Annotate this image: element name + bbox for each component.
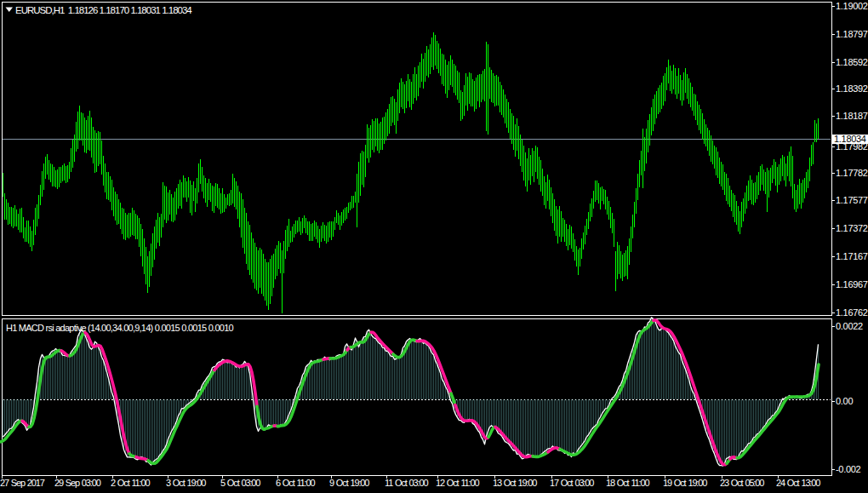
svg-text:EURUSD,H1 1.18126 1.18170 1.1: EURUSD,H1 1.18126 1.18170 1.18031 1.1803… [15,5,192,15]
svg-text:-0.002: -0.002 [836,464,861,474]
svg-text:1.18187: 1.18187 [836,111,868,121]
svg-text:17 Oct 03:00: 17 Oct 03:00 [550,478,594,488]
svg-text:1.17577: 1.17577 [836,195,868,205]
svg-text:1.18797: 1.18797 [836,29,868,39]
svg-text:1.17167: 1.17167 [836,251,868,261]
svg-text:5 Oct 03:00: 5 Oct 03:00 [220,478,260,488]
svg-text:1.18392: 1.18392 [836,83,868,94]
svg-text:29 Sep 03:00: 29 Sep 03:00 [54,478,101,488]
svg-text:27 Sep 2017: 27 Sep 2017 [0,478,45,488]
svg-text:0.0022: 0.0022 [836,321,863,331]
svg-text:1.16762: 1.16762 [836,307,868,318]
svg-text:24 Oct 13:00: 24 Oct 13:00 [776,478,820,488]
svg-text:13 Oct 19:00: 13 Oct 19:00 [493,478,537,488]
svg-text:19 Oct 19:00: 19 Oct 19:00 [663,478,707,488]
svg-text:1.19002: 1.19002 [836,1,868,11]
svg-text:1.17782: 1.17782 [836,168,868,178]
svg-text:12 Oct 11:00: 12 Oct 11:00 [436,478,479,488]
svg-text:3 Oct 19:00: 3 Oct 19:00 [166,478,206,488]
svg-text:0.00: 0.00 [836,396,853,406]
svg-text:1.18034: 1.18034 [834,134,866,144]
svg-text:H1 MACD rsi adaptive (14.00,34: H1 MACD rsi adaptive (14.00,34.00,9,14) … [6,323,234,333]
svg-text:6 Oct 11:00: 6 Oct 11:00 [276,478,315,488]
svg-text:23 Oct 05:00: 23 Oct 05:00 [720,478,764,488]
svg-text:18 Oct 11:00: 18 Oct 11:00 [606,478,649,488]
svg-text:11 Oct 03:00: 11 Oct 03:00 [385,478,428,488]
svg-text:9 Oct 19:00: 9 Oct 19:00 [329,478,369,488]
svg-text:1.18592: 1.18592 [836,57,868,67]
svg-text:2 Oct 11:00: 2 Oct 11:00 [111,478,150,488]
svg-text:1.17372: 1.17372 [836,223,868,233]
svg-text:1.16967: 1.16967 [836,279,868,289]
